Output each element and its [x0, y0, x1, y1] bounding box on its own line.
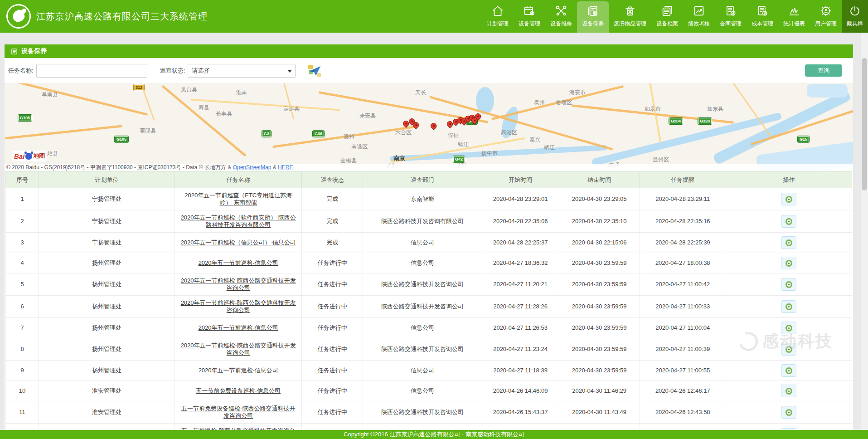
task-link[interactable]: 2020年五一节前巡检-信息公司 — [199, 367, 278, 374]
copyright-text: Copyright ©2016 江苏京沪高速公路有限公司 · 南京感动科技有限公… — [344, 430, 524, 439]
task-name-input[interactable] — [36, 64, 147, 78]
view-button[interactable] — [781, 343, 796, 356]
view-button[interactable] — [781, 257, 796, 269]
seq-cell: 2 — [6, 210, 39, 233]
query-button[interactable]: 查询 — [805, 64, 842, 77]
table-row: 2宁扬管理处2020年五一节前巡检（软件西安所）-陕西公路科技开发咨询有限公司完… — [6, 210, 852, 233]
nav-item-7[interactable]: 合同管理 — [715, 0, 747, 33]
end-time-cell: 2020-04-30 23:59:59 — [559, 253, 640, 273]
task-link[interactable]: 五一节前免费设备巡检-陕西公路交通科技开发咨询公司 — [181, 405, 295, 419]
op-cell — [726, 296, 852, 318]
map-place-label: 天长 — [415, 89, 426, 97]
column-header: 结束时间 — [559, 172, 640, 188]
start-time-cell: 2020-04-27 11:26:53 — [482, 318, 559, 338]
column-header: 开始时间 — [482, 172, 559, 188]
view-button[interactable] — [781, 364, 796, 377]
task-link[interactable]: 2020年五一节前巡检-信息公司 — [199, 259, 278, 266]
view-button[interactable] — [781, 193, 796, 205]
status-select[interactable]: 请选择 — [188, 64, 296, 78]
nav-item-label: 成本管理 — [752, 20, 773, 28]
baidu-map[interactable]: 阜南县凤台县淮南寿县长丰县定远县来安县天长泰州姜堰区海安市如皋市如东县霍邱县固始… — [5, 83, 853, 171]
nav-item-10[interactable]: 用户管理 — [810, 0, 842, 33]
remind-time-cell: 2020-04-28 23:29:11 — [640, 188, 726, 210]
end-time-cell: 2020-04-30 11:43:49 — [559, 401, 640, 424]
eye-icon — [786, 196, 792, 203]
remind-time-cell: 2020-04-27 11:00:55 — [640, 361, 726, 381]
task-link[interactable]: 2020年五一节前巡检-信息公司 — [199, 324, 278, 331]
remind-time-cell: 2020-04-27 11:00:39 — [640, 338, 726, 361]
start-time-cell: 2020-04-28 22:35:06 — [482, 210, 559, 233]
nav-item-0[interactable]: 计划管理 — [482, 0, 514, 33]
eye-icon — [786, 346, 792, 353]
map-place-label: 六合区 — [395, 129, 412, 137]
column-header: 巡查部门 — [363, 172, 482, 188]
status-cell: 任务进行中 — [302, 273, 363, 296]
here-link[interactable]: HERE — [278, 164, 293, 171]
task-cell: 2020年五一节前巡查（ETC专用道江苏海岭）-东南智能 — [175, 188, 302, 210]
map-place-label: 靖江 — [544, 144, 555, 151]
task-cell: 2020年五一节前巡检-陕西公路交通科技开发咨询公司 — [175, 338, 302, 361]
view-button[interactable] — [781, 406, 796, 419]
seq-cell: 9 — [6, 361, 39, 381]
dept-cell: 信息公司 — [363, 361, 482, 381]
op-cell — [726, 401, 852, 424]
map-marker-icon[interactable] — [429, 122, 437, 130]
nav-item-label: 设备管理 — [519, 20, 540, 28]
nav-item-6[interactable]: 绩效考核 — [683, 0, 715, 33]
nav-item-9[interactable]: 统计报表 — [778, 0, 810, 33]
page-scrollbar[interactable] — [861, 33, 868, 439]
nav-item-label: 戴其祥 — [847, 20, 863, 28]
view-button[interactable] — [781, 236, 796, 249]
nav-item-1[interactable]: 设备管理 — [514, 0, 545, 33]
view-button[interactable] — [781, 385, 796, 397]
op-cell — [726, 233, 852, 253]
task-link[interactable]: 2020年五一节前巡检（软件西安所）-陕西公路科技开发咨询有限公司 — [181, 214, 296, 228]
op-cell — [726, 338, 852, 361]
road-shield-badge: G105 — [115, 136, 128, 142]
eye-icon — [786, 260, 792, 267]
view-button[interactable] — [781, 215, 796, 228]
road-shield-badge: G204 — [669, 118, 683, 124]
report-icon — [787, 4, 801, 18]
table-row: 4扬州管理处2020年五一节前巡检-信息公司任务进行中信息公司2020-04-2… — [6, 253, 852, 273]
task-link[interactable]: 2020年五一节前巡查（ETC专用道江苏海岭）-东南智能 — [184, 192, 292, 206]
view-button[interactable] — [781, 322, 796, 334]
status-cell: 任务进行中 — [302, 338, 363, 361]
map-place-label: 淮南 — [236, 89, 247, 97]
end-time-cell: 2020-04-30 23:29:05 — [559, 188, 640, 210]
nav-item-4[interactable]: 废旧物品管理 — [609, 0, 651, 33]
nav-item-label: 设备维修 — [550, 20, 572, 28]
task-link[interactable]: 五一节前免费设备巡检-信息公司 — [196, 387, 281, 394]
view-button[interactable] — [781, 300, 796, 313]
task-link[interactable]: 2020年五一节前巡检（信息公司）-信息公司 — [181, 239, 296, 246]
view-button[interactable] — [781, 278, 796, 291]
start-time-cell: 2020-04-26 14:46:09 — [482, 381, 559, 401]
road-shield-badge: G42 — [453, 156, 465, 162]
column-header: 计划单位 — [39, 172, 175, 188]
unit-cell: 宁扬管理处 — [39, 233, 175, 253]
nav-item-5[interactable]: 设备档案 — [651, 0, 683, 33]
dept-cell: 信息公司 — [363, 318, 482, 338]
map-place-label: 阜南县 — [42, 91, 58, 98]
nav-item-8[interactable]: ¥成本管理 — [747, 0, 778, 33]
nav-user-menu[interactable]: 戴其祥 — [842, 0, 868, 33]
archive-icon — [660, 4, 674, 18]
task-link[interactable]: 2020年五一节前巡检-陕西公路交通科技开发咨询公司 — [181, 342, 296, 356]
task-link[interactable]: 2020年五一节前巡检-陕西公路交通科技开发咨询公司 — [181, 299, 296, 313]
nav-item-2[interactable]: 设备维修 — [545, 0, 577, 33]
map-place-label: 南京 — [393, 154, 405, 162]
table-row: 10淮安管理处五一节前免费设备巡检-信息公司任务进行中信息公司2020-04-2… — [6, 381, 852, 401]
map-place-label: 定远县 — [283, 105, 300, 113]
column-header: 序号 — [6, 172, 39, 188]
locate-send-button[interactable] — [307, 63, 322, 78]
map-attribution: © 2020 Baidu - GS(2019)5218号 - 甲测资字11009… — [5, 164, 853, 171]
nav-item-3[interactable]: 设备保养 — [577, 1, 609, 33]
osm-link[interactable]: OpenStreetMap — [233, 164, 272, 171]
scrollbar-thumb[interactable] — [862, 58, 867, 190]
start-time-cell: 2020-04-27 11:28:26 — [482, 296, 559, 318]
status-cell: 任务进行中 — [302, 361, 363, 381]
nav-item-label: 设备保养 — [582, 20, 604, 28]
table-header-row: 序号计划单位任务名称巡查状态巡查部门开始时间结束时间任务提醒操作 — [6, 172, 852, 188]
eye-icon — [786, 388, 792, 395]
task-link[interactable]: 2020年五一节前巡检-陕西公路交通科技开发咨询公司 — [181, 277, 296, 291]
